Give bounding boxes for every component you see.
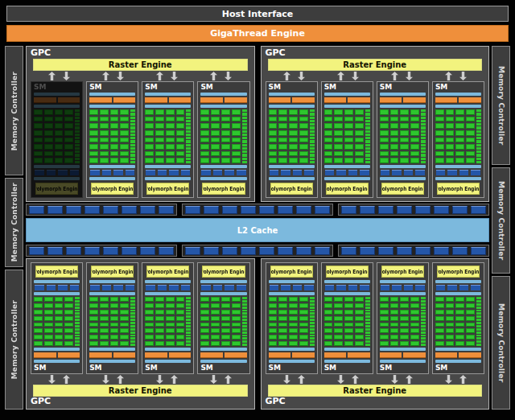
- core-cell: [44, 117, 53, 122]
- load-store-bar: [89, 285, 135, 290]
- core-cell: [410, 123, 419, 129]
- core-cell: [145, 341, 154, 346]
- core-grid: [269, 109, 308, 163]
- core-cell: [344, 109, 353, 115]
- up-arrow-icon: [352, 375, 359, 384]
- light-blue-bar: [269, 177, 315, 180]
- core-cell: [400, 316, 409, 321]
- core-cell: [166, 144, 175, 150]
- core-cell: [380, 323, 389, 327]
- core-cell: [44, 316, 53, 321]
- small-core-cell: [421, 161, 426, 163]
- small-core-cell: [130, 154, 135, 156]
- small-core-cell: [476, 150, 481, 153]
- small-core-cell: [242, 303, 247, 306]
- core-cell: [344, 328, 353, 333]
- core-array: [269, 109, 315, 163]
- small-core-cell: [476, 337, 481, 340]
- small-core-cell: [186, 319, 191, 321]
- core-cell: [289, 328, 298, 333]
- small-core-cell: [421, 144, 426, 146]
- small-core-cell: [310, 331, 315, 334]
- small-core-cell: [421, 300, 426, 303]
- core-cell: [299, 335, 308, 340]
- core-cell: [211, 130, 220, 136]
- core-cell: [278, 303, 287, 308]
- crossbar-segment: [122, 206, 137, 214]
- small-core-cell: [186, 126, 191, 129]
- polymorph-engine-text: Polymorph Engine: [437, 269, 480, 275]
- small-core-cell: [130, 126, 135, 129]
- polymorph-engine-text: Polymorph Engine: [35, 186, 78, 192]
- small-core-cell: [310, 319, 315, 321]
- small-core-cell: [310, 322, 315, 324]
- light-blue-bar: [435, 93, 481, 96]
- core-cell: [155, 323, 164, 327]
- core-cell: [334, 303, 343, 308]
- crossbar-segment: [140, 206, 155, 214]
- dark-blue-segment: [158, 170, 167, 175]
- core-cell: [221, 109, 230, 115]
- small-core-cell: [75, 113, 80, 115]
- core-cell: [299, 130, 308, 136]
- core-cell: [334, 297, 343, 302]
- light-blue-bar: [269, 348, 315, 351]
- load-store-bar: [324, 285, 370, 290]
- small-core-cell: [476, 335, 481, 337]
- sm-label: SM: [89, 364, 135, 372]
- polymorph-engine-text: Polymorph Engine: [146, 269, 189, 275]
- small-core-cell: [310, 297, 315, 299]
- core-cell: [120, 130, 129, 136]
- light-blue-bar: [435, 105, 481, 108]
- small-core-cell: [310, 147, 315, 150]
- light-blue-bar: [34, 105, 80, 108]
- small-core-cell: [421, 297, 426, 299]
- crossbar-segment: [341, 206, 356, 214]
- core-cell: [34, 109, 43, 115]
- core-cell: [299, 310, 308, 315]
- core-cell: [145, 328, 154, 333]
- sm-label: SM: [435, 84, 481, 91]
- core-cell: [110, 316, 119, 321]
- small-core-cell: [186, 337, 191, 340]
- light-blue-bar: [145, 280, 191, 283]
- core-cell: [120, 310, 129, 315]
- core-cell: [269, 144, 278, 150]
- up-arrow-icon: [406, 375, 413, 384]
- crossbar-segment: [296, 206, 311, 214]
- memory-controller-label: Memory Controller: [497, 303, 505, 382]
- core-cell: [380, 335, 389, 340]
- small-core-cell: [186, 137, 191, 139]
- dark-blue-segment: [304, 170, 314, 175]
- core-cell: [176, 316, 185, 321]
- core-cell: [145, 158, 154, 163]
- small-core-cell: [476, 344, 481, 346]
- crossbar-segment: [47, 247, 63, 255]
- small-core-cell: [186, 312, 191, 315]
- small-core-cell: [242, 123, 247, 126]
- small-core-cell: [242, 113, 247, 115]
- polymorph-engine-text: Polymorph Engine: [146, 186, 189, 192]
- up-arrow-icon: [337, 72, 344, 80]
- core-cell: [64, 109, 73, 115]
- core-cell: [44, 297, 53, 302]
- orange-segment: [435, 97, 458, 103]
- core-array: [380, 109, 426, 163]
- core-cell: [166, 323, 175, 327]
- core-cell: [55, 144, 64, 150]
- core-cell: [200, 144, 209, 150]
- down-arrow-icon: [459, 72, 467, 80]
- small-core-cell: [421, 319, 426, 321]
- dark-blue-segment: [381, 285, 390, 290]
- core-cell: [400, 328, 409, 333]
- core-cell: [145, 130, 154, 136]
- core-cell: [324, 328, 333, 333]
- crossbar-group: [338, 204, 489, 216]
- raster-engine-bar: Raster Engine: [33, 385, 248, 397]
- small-core-cell: [476, 300, 481, 303]
- light-blue-bar: [200, 165, 246, 168]
- core-cell: [166, 151, 175, 157]
- memory-controller-left-2: Memory Controller: [5, 178, 23, 266]
- core-cell: [155, 144, 164, 150]
- core-cell: [334, 323, 343, 327]
